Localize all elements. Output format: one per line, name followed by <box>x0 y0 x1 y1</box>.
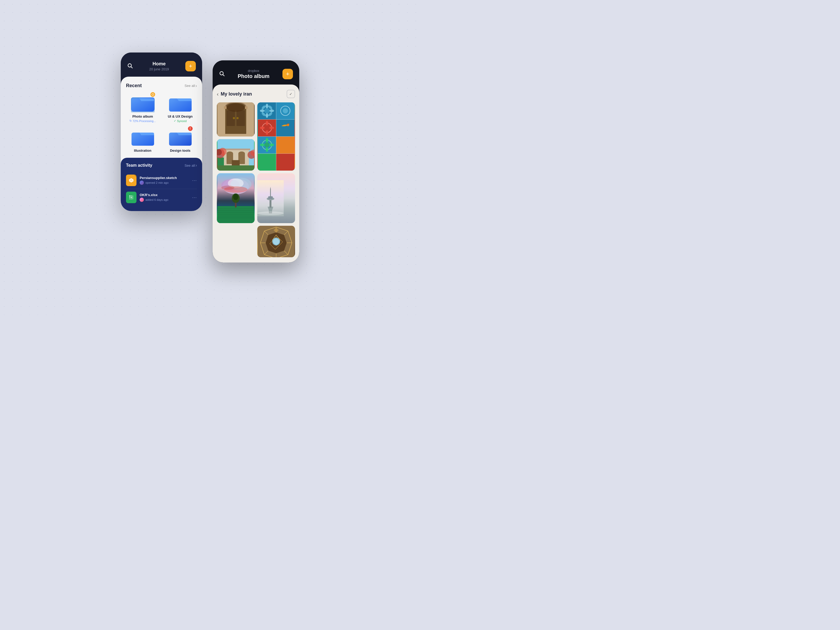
svg-rect-102 <box>270 199 272 208</box>
team-activity-header: Team activity See all <box>126 163 197 168</box>
svg-point-41 <box>283 108 288 114</box>
svg-rect-27 <box>224 106 227 109</box>
svg-rect-37 <box>276 153 295 171</box>
folder-icon-ui-ux <box>169 93 192 112</box>
sketch-filename: Persiansupplier.sketch <box>140 176 189 180</box>
folder-ui-ux[interactable]: UI & UX Design ✓ Synced <box>164 93 197 123</box>
photos-grid <box>217 103 295 223</box>
svg-rect-35 <box>276 136 295 153</box>
tower-photo-svg <box>257 173 284 223</box>
svg-rect-16 <box>132 196 133 199</box>
folder-badge-alert: ! <box>188 126 193 131</box>
phone2-title: dropbox Photo album <box>238 69 269 79</box>
phone1-title: Home 20 june 2019 <box>149 61 169 71</box>
svg-point-43 <box>266 113 268 118</box>
phone2-body: ‹ My lovely iran ✓ <box>213 85 299 262</box>
sketch-meta: opened 2 min ago <box>140 181 189 185</box>
svg-point-39 <box>264 108 270 114</box>
folder-badge-processing <box>150 92 156 97</box>
activity-item-xlsx[interactable]: OKR's.xlsx added 6 days ago ··· <box>126 189 197 206</box>
svg-point-88 <box>221 186 234 190</box>
recent-title: Recent <box>126 83 142 88</box>
svg-point-54 <box>260 126 265 129</box>
user-avatar-sketch <box>140 181 144 185</box>
geometric-photo-svg <box>257 226 295 257</box>
door-photo-svg <box>217 103 255 136</box>
svg-point-60 <box>266 147 268 152</box>
svg-point-115 <box>273 238 279 245</box>
svg-point-42 <box>266 104 268 108</box>
svg-point-108 <box>257 211 284 215</box>
xlsx-file-icon <box>126 192 136 203</box>
svg-rect-13 <box>131 197 132 198</box>
home-date: 20 june 2019 <box>149 67 169 71</box>
photo-tower[interactable] <box>257 173 295 223</box>
album-title: My lovely iran <box>221 92 252 97</box>
svg-point-53 <box>266 130 268 135</box>
svg-point-62 <box>269 144 274 146</box>
phone1: Home 20 june 2019 + Recent See all <box>121 52 202 211</box>
more-options-xlsx[interactable]: ··· <box>192 195 197 200</box>
back-button[interactable]: ‹ <box>217 91 219 97</box>
folder-illustration[interactable]: Illustration <box>126 127 159 153</box>
recent-see-all[interactable]: See all <box>185 84 197 88</box>
folder-name-photo-album: Photo album <box>132 114 153 118</box>
photos-bottom-row <box>217 226 295 257</box>
sketch-file-icon <box>126 175 136 186</box>
select-all-button[interactable]: ✓ <box>287 90 295 98</box>
xlsx-meta: added 6 days ago <box>140 198 189 202</box>
file-corner <box>134 175 136 177</box>
photo-geometric[interactable] <box>257 226 295 257</box>
folder-status-photo-album: ↻ 72% Processing... <box>129 119 156 123</box>
svg-point-26 <box>227 103 245 112</box>
folder-name-ui-ux: UI & UX Design <box>168 114 193 118</box>
search-icon[interactable] <box>127 63 133 70</box>
recent-header: Recent See all <box>126 83 197 88</box>
activity-info-sketch: Persiansupplier.sketch opened 2 min ago <box>140 176 189 185</box>
building-photo-svg <box>217 139 255 171</box>
svg-rect-12 <box>129 197 131 198</box>
team-activity-section: Team activity See all Persiansupp <box>121 158 202 211</box>
folder-name-illustration: Illustration <box>134 148 151 153</box>
folder-icon-illustration <box>131 127 155 147</box>
folders-grid: Photo album ↻ 72% Processing... <box>126 93 197 153</box>
activity-info-xlsx: OKR's.xlsx added 6 days ago <box>140 193 189 202</box>
svg-point-72 <box>238 152 245 156</box>
svg-point-58 <box>264 142 270 147</box>
svg-point-9 <box>131 180 132 181</box>
activity-item-sketch[interactable]: Persiansupplier.sketch opened 2 min ago … <box>126 172 197 189</box>
svg-rect-14 <box>129 199 131 199</box>
dropbox-subtitle: dropbox <box>238 69 269 73</box>
team-activity-see-all[interactable]: See all <box>185 163 197 168</box>
svg-point-55 <box>269 126 274 129</box>
svg-point-24 <box>233 117 235 119</box>
photo-tiles[interactable] <box>257 103 295 171</box>
photo-album-title: Photo album <box>238 73 269 79</box>
tiles-photo-svg <box>257 103 295 171</box>
search-icon-phone2[interactable] <box>219 71 225 78</box>
more-options-sketch[interactable]: ··· <box>192 178 197 183</box>
add-button-phone1[interactable]: + <box>185 61 196 71</box>
svg-rect-105 <box>270 190 271 197</box>
team-activity-title: Team activity <box>126 163 152 168</box>
svg-point-52 <box>266 121 268 125</box>
user-avatar-xlsx <box>140 198 144 202</box>
xlsx-filename: OKR's.xlsx <box>140 193 189 197</box>
photo-building[interactable] <box>217 139 255 171</box>
add-button-phone2[interactable]: + <box>283 69 293 79</box>
svg-point-70 <box>227 152 233 156</box>
svg-rect-36 <box>258 153 276 171</box>
phone2: dropbox Photo album + ‹ My lovely iran ✓ <box>213 60 299 262</box>
svg-rect-33 <box>276 120 295 136</box>
album-nav-left: ‹ My lovely iran <box>217 91 252 97</box>
svg-rect-15 <box>131 199 132 199</box>
folder-design-tools[interactable]: ! Design tools <box>164 127 197 153</box>
photo-door[interactable] <box>217 103 255 136</box>
phone1-header: Home 20 june 2019 + <box>121 52 202 77</box>
phone1-body: Recent See all <box>121 77 202 211</box>
photo-sky[interactable] <box>217 173 255 223</box>
svg-rect-10 <box>129 196 131 197</box>
spin-icon: ↻ <box>129 119 132 123</box>
phone2-header: dropbox Photo album + <box>213 60 299 85</box>
folder-photo-album[interactable]: Photo album ↻ 72% Processing... <box>126 93 159 123</box>
